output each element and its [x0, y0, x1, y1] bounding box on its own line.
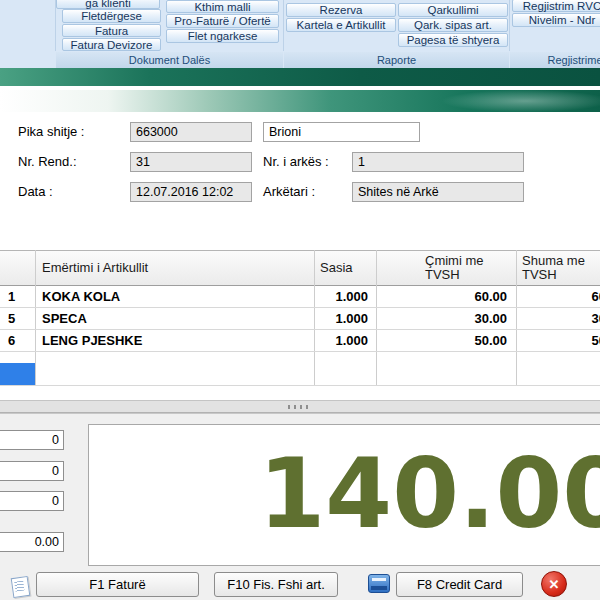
- item-price: 50.00: [376, 330, 507, 351]
- table-header-price: Çmimi me TVSH: [425, 251, 495, 285]
- ribbon-group-label-dokument-dales: Dokument Dalës: [56, 52, 283, 68]
- pos-name-field[interactable]: Brioni: [263, 122, 420, 142]
- horizontal-splitter[interactable]: [0, 400, 600, 413]
- ribbon-group-separator: [509, 0, 510, 51]
- splitter-grip-icon: [288, 405, 312, 409]
- ribbon-button-kartela-artikullit[interactable]: Kartela e Artikullit: [286, 18, 396, 32]
- pos-code-field[interactable]: 663000: [130, 122, 252, 142]
- f10-delete-article-button[interactable]: F10 Fis. Fshi art.: [214, 572, 338, 597]
- mini-total-field-4[interactable]: 0.00: [0, 532, 64, 552]
- receipt-icon: [11, 576, 31, 598]
- table-header-name: Emërtimi i Artikullit: [42, 251, 148, 285]
- item-qty: 1.000: [314, 286, 368, 307]
- ribbon-button-fatura[interactable]: Fatura: [62, 24, 161, 37]
- item-qty: 1.000: [314, 330, 368, 351]
- ribbon-button-flet-ngarkese[interactable]: Flet ngarkese: [166, 29, 279, 43]
- item-sum: 50.00: [516, 330, 600, 351]
- ribbon-button-nivelim[interactable]: Nivelim - Ndr: [512, 13, 600, 27]
- item-name: LENG PJESHKE: [42, 330, 142, 351]
- pos-code-label: Pika shitje :: [18, 122, 84, 142]
- close-icon: ✕: [549, 578, 560, 591]
- item-name: SPECA: [42, 308, 87, 329]
- table-header-sum: Shuma me TVSH: [522, 251, 592, 285]
- table-row[interactable]: 5 SPECA 1.000 30.00 30.00: [0, 308, 600, 330]
- mini-total-field-1[interactable]: 0: [0, 430, 64, 450]
- receipt-number-label: Nr. Rend.:: [18, 152, 77, 172]
- ribbon-button-kthim-malli[interactable]: Kthim malli: [166, 0, 279, 13]
- ribbon-button-fletdergese[interactable]: Fletdërgese: [62, 9, 161, 23]
- item-sum: 60.00: [516, 286, 600, 307]
- ribbon-group-separator: [283, 0, 284, 51]
- ribbon-button-fatura-devizore[interactable]: Fatura Devizore: [62, 38, 161, 51]
- item-qty: 1.000: [314, 308, 368, 329]
- mini-total-field-3[interactable]: 0: [0, 491, 64, 511]
- banner-swoosh: [410, 84, 600, 118]
- register-number-field[interactable]: 1: [352, 152, 524, 172]
- card-terminal-icon: [368, 574, 390, 593]
- item-price: 30.00: [376, 308, 507, 329]
- ribbon-button-pro-fature-oferte[interactable]: Pro-Faturë / Ofertë: [166, 14, 279, 28]
- table-row[interactable]: 6 LENG PJESHKE 1.000 50.00 50.00: [0, 330, 600, 352]
- ribbon-button-rezerva[interactable]: Rezerva: [286, 3, 396, 17]
- register-number-label: Nr. i arkës :: [263, 152, 329, 172]
- cashier-label: Arkëtari :: [263, 182, 315, 202]
- f1-invoice-button[interactable]: F1 Faturë: [36, 572, 199, 597]
- ribbon-button-pagesa-shtyera[interactable]: Pagesa të shtyera: [398, 33, 508, 47]
- ribbon-group-label-raporte: Raporte: [284, 52, 509, 68]
- close-button[interactable]: ✕: [541, 571, 567, 597]
- item-name: KOKA KOLA: [42, 286, 120, 307]
- ribbon-group-separator: [55, 0, 56, 51]
- ribbon-toolbar: ga klienti Fletdërgese Fatura Fatura Dev…: [0, 0, 600, 68]
- f8-credit-card-button[interactable]: F8 Credit Card: [396, 572, 523, 597]
- grand-total-display: 140.00: [88, 424, 600, 566]
- date-label: Data :: [18, 182, 53, 202]
- mini-total-field-2[interactable]: 0: [0, 461, 64, 481]
- table-header-qty: Sasia: [320, 251, 353, 285]
- ribbon-button-qarkullimi[interactable]: Qarkullimi: [398, 3, 508, 17]
- receipt-number-field[interactable]: 31: [130, 152, 252, 172]
- item-code: 6: [8, 330, 15, 351]
- item-price: 60.00: [376, 286, 507, 307]
- items-table-header: Emërtimi i Artikullit Sasia Çmimi me TVS…: [0, 250, 600, 286]
- item-code: 1: [8, 286, 15, 307]
- ribbon-button-regjistrim-rvc[interactable]: Regjistrim RVC: [512, 0, 600, 12]
- table-row[interactable]: 1 KOKA KOLA 1.000 60.00 60.00: [0, 286, 600, 308]
- table-row-new[interactable]: [0, 363, 600, 386]
- brand-banner: [0, 90, 600, 112]
- selected-cell[interactable]: [0, 363, 35, 385]
- date-field[interactable]: 12.07.2016 12:02: [130, 182, 252, 202]
- item-code: 5: [8, 308, 15, 329]
- ribbon-group-label-regjistrime: Regjistrime: [510, 52, 600, 68]
- ribbon-partial-button[interactable]: ga klienti: [56, 0, 160, 9]
- cashier-field[interactable]: Shites në Arkë: [352, 182, 524, 202]
- ribbon-button-qark-sipas-art[interactable]: Qark. sipas art.: [398, 18, 508, 32]
- item-sum: 30.00: [516, 308, 600, 329]
